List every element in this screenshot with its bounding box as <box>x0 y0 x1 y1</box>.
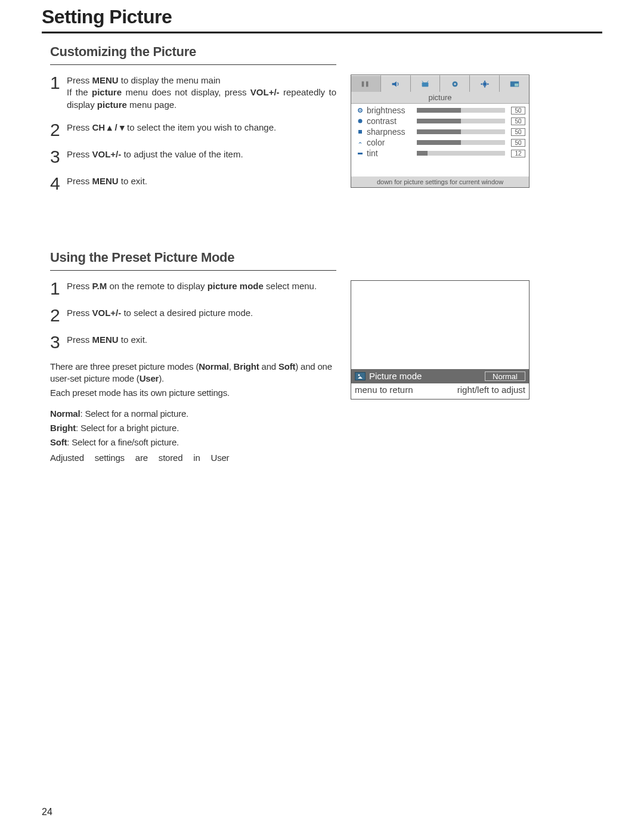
svg-rect-19 <box>358 153 363 154</box>
osd-tab-setup <box>440 75 470 92</box>
svg-point-20 <box>358 374 360 376</box>
row-slider <box>417 119 505 123</box>
osd-tab-pip <box>500 75 529 92</box>
svg-marker-9 <box>484 80 486 82</box>
instructions-customizing: 1 Press MENU to display the menu main If… <box>50 75 336 202</box>
section-divider <box>50 64 336 65</box>
osd-tab-position <box>470 75 500 92</box>
osd-row-tint: tint12 <box>357 148 525 159</box>
hint-menu-return: menu to return <box>355 385 413 395</box>
svg-point-16 <box>360 110 361 111</box>
osd-tabs <box>351 75 529 92</box>
step-3: 3 Press VOL+/- to adjust the value of th… <box>50 148 336 165</box>
row-label: sharpness <box>367 127 413 137</box>
step-number: 3 <box>50 148 61 165</box>
svg-marker-12 <box>487 83 489 85</box>
svg-line-4 <box>422 80 424 82</box>
step-text: Press VOL+/- to adjust the value of the … <box>67 148 336 165</box>
svg-rect-0 <box>362 81 364 86</box>
row-bullet-icon <box>357 140 363 145</box>
osd-tab-sound <box>381 75 411 92</box>
step-text: Press MENU to exit. <box>67 175 336 191</box>
sound-icon <box>390 80 401 88</box>
osd-row-brightness: brightness50 <box>357 105 525 116</box>
step-text: Press P.M on the remote to display pictu… <box>67 280 336 296</box>
svg-point-17 <box>358 119 363 123</box>
step-number: 1 <box>50 75 61 111</box>
svg-line-5 <box>427 80 429 82</box>
row-value: 50 <box>511 107 525 114</box>
channel-icon <box>420 80 431 88</box>
step-text: Press VOL+/- to select a desired picture… <box>67 307 336 323</box>
step-number: 4 <box>50 175 61 191</box>
picture-mode-value: Normal <box>485 371 525 381</box>
step-2: 2 Press CH ▴ / ▾ to select the item you … <box>50 122 336 138</box>
step-1: 1 Press MENU to display the menu main If… <box>50 75 336 111</box>
picture-icon <box>360 80 371 88</box>
page-title: Setting Picture <box>42 6 602 33</box>
row-bullet-icon <box>357 118 363 124</box>
row-slider <box>417 151 505 156</box>
position-icon <box>479 80 490 88</box>
svg-rect-18 <box>358 130 362 134</box>
svg-marker-21 <box>358 376 363 379</box>
svg-rect-3 <box>422 82 429 86</box>
row-value: 50 <box>511 128 525 136</box>
picture-mode-hints: menu to return right/left to adjust <box>351 383 529 395</box>
step-1: 1 Press P.M on the remote to display pic… <box>50 280 336 296</box>
svg-marker-10 <box>484 86 486 88</box>
svg-point-7 <box>454 83 456 85</box>
row-value: 50 <box>511 117 525 125</box>
row-slider <box>417 140 505 145</box>
picture-mode-label: Picture mode <box>369 371 422 381</box>
svg-rect-1 <box>366 81 369 86</box>
section-customizing-title: Customizing the Picture <box>50 44 602 60</box>
osd-row-contrast: contrast50 <box>357 116 525 126</box>
step-number: 1 <box>50 280 61 296</box>
step-text: Press CH ▴ / ▾ to select the item you wi… <box>67 122 336 138</box>
svg-rect-14 <box>515 83 518 86</box>
osd-tab-picture <box>351 75 381 92</box>
picture-mode-icon <box>355 372 366 380</box>
row-slider <box>417 129 505 134</box>
instructions-preset: 1 Press P.M on the remote to display pic… <box>50 280 336 467</box>
picture-mode-bar: Picture mode Normal <box>351 369 529 383</box>
svg-marker-11 <box>481 83 482 85</box>
preset-description: There are three preset picture modes (No… <box>50 361 336 465</box>
step-text: Press MENU to exit. <box>67 334 336 350</box>
step-4: 4 Press MENU to exit. <box>50 175 336 191</box>
row-bullet-icon <box>357 107 363 113</box>
row-bullet-icon <box>357 129 363 135</box>
row-label: contrast <box>367 116 413 126</box>
step-text: Press MENU to display the menu main If t… <box>67 75 336 111</box>
step-2: 2 Press VOL+/- to select a desired pictu… <box>50 307 336 323</box>
picture-mode-panel: Picture mode Normal menu to return right… <box>351 280 530 400</box>
row-label: color <box>367 138 413 147</box>
svg-marker-2 <box>392 81 397 86</box>
row-value: 50 <box>511 139 525 147</box>
row-slider <box>417 108 505 113</box>
step-number: 3 <box>50 334 61 350</box>
setup-icon <box>450 80 460 88</box>
osd-footer-hint: down for picture settings for current wi… <box>351 176 529 187</box>
osd-row-color: color50 <box>357 137 525 148</box>
section-divider <box>50 270 336 271</box>
section-preset-title: Using the Preset Picture Mode <box>50 250 602 265</box>
step-number: 2 <box>50 307 61 323</box>
osd-row-sharpness: sharpness50 <box>357 126 525 137</box>
pip-icon <box>509 80 520 88</box>
hint-adjust: right/left to adjust <box>457 385 525 395</box>
row-label: tint <box>367 148 413 158</box>
osd-picture-panel: picture brightness50contrast50sharpness5… <box>351 75 530 188</box>
step-3: 3 Press MENU to exit. <box>50 334 336 350</box>
osd-title: picture <box>351 92 529 104</box>
osd-tab-channel <box>411 75 441 92</box>
row-bullet-icon <box>357 150 363 156</box>
row-value: 12 <box>511 150 525 157</box>
page-number: 24 <box>42 807 52 817</box>
step-number: 2 <box>50 122 61 138</box>
row-label: brightness <box>367 106 413 115</box>
